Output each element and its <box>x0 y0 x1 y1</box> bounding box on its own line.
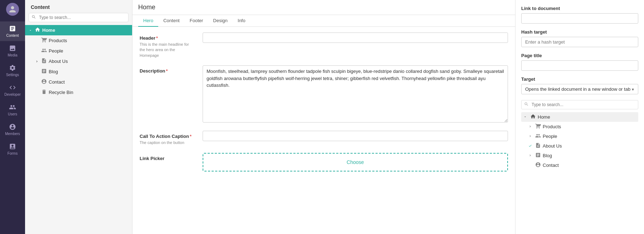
tree-item-about-us-label: About Us <box>49 59 68 64</box>
recycle-bin-icon <box>41 89 47 96</box>
rp-tree-item-products[interactable]: Products <box>521 122 638 131</box>
tree-item-products[interactable]: Products <box>25 35 132 46</box>
rp-about-icon <box>535 143 541 149</box>
sidebar-item-content[interactable]: Content <box>0 21 25 41</box>
tree-search-input[interactable] <box>29 13 129 22</box>
tree-item-contact-label: Contact <box>49 79 65 85</box>
tree-item-people[interactable]: People <box>25 46 132 56</box>
tree-item-blog-label: Blog <box>49 69 58 74</box>
rp-link-to-doc-section: Link to document /about-us/ <box>521 6 638 24</box>
header-field-label: Header* <box>140 35 197 41</box>
rp-target-select-wrap: Opens the linked document in the same wi… <box>521 84 638 94</box>
rp-tree-item-blog[interactable]: Blog <box>521 151 638 160</box>
tree-item-home-label: Home <box>42 28 55 33</box>
tree-item-recycle-bin-label: Recycle Bin <box>49 90 73 95</box>
tree-item-blog[interactable]: Blog <box>25 66 132 77</box>
rp-about-check-icon <box>528 143 533 149</box>
form-field-link-picker: Link Picker Choose <box>140 153 508 171</box>
rp-hash-target-section: Hash target <box>521 29 638 47</box>
sidebar-item-developer[interactable]: Developer <box>0 80 25 100</box>
tree-search-box <box>29 13 129 22</box>
sidebar-item-media[interactable]: Media <box>0 41 25 61</box>
sidebar-item-users[interactable]: Users <box>0 100 25 120</box>
rp-tree-people-label: People <box>543 134 557 139</box>
description-field-label: Description* <box>140 68 197 74</box>
rp-tree-item-home[interactable]: Home <box>521 112 638 122</box>
rp-contact-icon <box>535 162 541 169</box>
header-input[interactable]: Umbraco Demo <box>203 33 508 43</box>
rp-tree-item-people[interactable]: People <box>521 131 638 141</box>
rp-target-section: Target Opens the linked document in the … <box>521 76 638 94</box>
rp-page-title-section: Page title About Us <box>521 53 638 71</box>
sidebar: Content Media Settings Developer Users M… <box>0 0 25 234</box>
avatar[interactable] <box>6 3 19 16</box>
sidebar-label-users: Users <box>8 112 17 116</box>
rp-tree-item-contact[interactable]: Contact <box>521 160 638 170</box>
choose-button[interactable]: Choose <box>347 159 364 165</box>
rp-page-title-input[interactable]: About Us <box>521 60 638 71</box>
sidebar-item-members[interactable]: Members <box>0 120 25 139</box>
form-field-description: Description* Moonfish, steelhead, lampre… <box>140 65 508 124</box>
rp-people-chevron <box>528 134 533 139</box>
chevron-right-icon <box>35 60 39 63</box>
tab-hero[interactable]: Hero <box>138 15 158 27</box>
content-panel-title: Content <box>25 0 132 13</box>
tree-item-recycle-bin[interactable]: Recycle Bin <box>25 87 132 98</box>
tree-item-contact[interactable]: Contact <box>25 77 132 87</box>
people-icon <box>41 48 47 54</box>
link-picker-label: Link Picker <box>140 156 197 161</box>
about-us-icon <box>41 58 47 65</box>
content-tree-panel: Content Home Products People <box>25 0 132 234</box>
rp-page-title-label: Page title <box>521 53 638 58</box>
rp-target-label: Target <box>521 76 638 82</box>
tree-item-home[interactable]: Home <box>25 25 132 35</box>
sidebar-item-settings[interactable]: Settings <box>0 61 25 80</box>
tabs-bar: Hero Content Footer Design Info <box>132 15 515 27</box>
rp-link-to-doc-input[interactable]: /about-us/ <box>521 13 638 24</box>
form-field-header: Header* This is the main headline for th… <box>140 33 508 58</box>
rp-link-to-doc-label: Link to document <box>521 6 638 11</box>
rp-tree-search-input[interactable] <box>521 100 638 109</box>
blog-icon <box>41 68 47 75</box>
rp-products-chevron <box>528 124 533 129</box>
products-icon <box>41 37 47 44</box>
contact-icon <box>41 79 47 85</box>
sidebar-item-forms[interactable]: Forms <box>0 139 25 159</box>
rp-search-box <box>521 100 638 109</box>
sidebar-label-settings: Settings <box>6 73 19 77</box>
rp-tree-products-label: Products <box>543 124 561 129</box>
sidebar-label-forms: Forms <box>8 151 18 155</box>
form-field-cta: Call To Action Caption* The caption on t… <box>140 131 508 145</box>
rp-tree-home-label: Home <box>538 114 550 120</box>
rp-tree-section: Home Products People <box>521 100 638 170</box>
link-picker-area[interactable]: Choose <box>203 153 508 171</box>
rp-tree: Home Products People <box>521 112 638 170</box>
header-field-hint: This is the main headline for the hero a… <box>140 42 197 58</box>
cta-field-label: Call To Action Caption* <box>140 134 197 139</box>
home-icon <box>35 27 40 34</box>
main-content-area: Home Hero Content Footer Design Info Hea… <box>132 0 515 234</box>
rp-tree-contact-label: Contact <box>543 163 559 168</box>
rp-tree-item-about-us[interactable]: About Us <box>521 141 638 151</box>
sidebar-label-media: Media <box>8 53 17 57</box>
page-header: Home <box>132 0 515 15</box>
tab-content[interactable]: Content <box>158 15 185 27</box>
tab-design[interactable]: Design <box>208 15 232 27</box>
rp-target-select[interactable]: Opens the linked document in the same wi… <box>521 84 638 94</box>
tab-info[interactable]: Info <box>233 15 251 27</box>
rp-hash-target-input[interactable] <box>521 37 638 47</box>
rp-products-icon <box>535 123 541 130</box>
description-textarea[interactable]: Moonfish, steelhead, lamprey southern fl… <box>203 65 508 123</box>
rp-tree-about-label: About Us <box>543 143 562 149</box>
rp-hash-target-label: Hash target <box>521 29 638 35</box>
tree-item-about-us[interactable]: About Us <box>25 56 132 66</box>
cta-input[interactable]: Check our products <box>203 131 508 141</box>
rp-search-icon <box>524 102 529 108</box>
tab-footer[interactable]: Footer <box>185 15 208 27</box>
rp-blog-chevron <box>528 153 533 158</box>
tree-item-products-label: Products <box>49 38 67 43</box>
chevron-down-icon <box>29 29 33 32</box>
cta-field-hint: The caption on the button <box>140 140 197 145</box>
rp-people-icon <box>535 133 541 140</box>
rp-home-icon <box>530 114 536 120</box>
